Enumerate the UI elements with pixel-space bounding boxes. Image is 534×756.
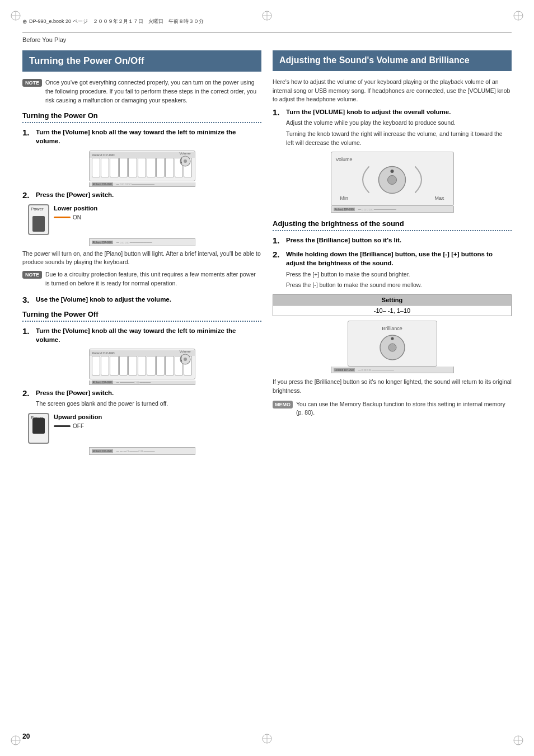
subsection-power-off: Turning the Power Off 1. Turn the [Volum… — [22, 310, 261, 455]
lower-position-label: Lower position — [54, 204, 97, 212]
breadcrumb: Before You Play — [22, 36, 66, 43]
power-off-step1-number: 1. — [22, 326, 31, 336]
power-on-step2: 2. Press the [Power] switch. — [22, 190, 261, 200]
power-off-step2-body: The screen goes blank and the power is t… — [36, 400, 261, 408]
right-column: Adjusting the Sound's Volume and Brillia… — [273, 50, 512, 728]
volume-knob-image-2: Roland DP-990 Volume — [22, 349, 261, 385]
right-step1-body2: Turning the knob toward the right will i… — [286, 130, 512, 148]
brightness-step2-number: 2. — [273, 250, 282, 259]
subsection-power-on-heading: Turning the Power On — [22, 111, 261, 120]
power-switch-off-box: Power — [28, 413, 49, 444]
brightness-step1-number: 1. — [273, 236, 282, 245]
keyboard-illustration-2: Roland DP-990 Volume — [89, 349, 195, 379]
power-off-step2: 2. Press the [Power] switch. The screen … — [22, 388, 261, 408]
brightness-step1: 1. Press the [Brilliance] button so it's… — [273, 236, 512, 245]
power-on-step2-text: Press the [Power] switch. — [36, 190, 261, 199]
min-label: Min — [340, 195, 349, 201]
right-arc-svg — [413, 165, 429, 195]
brilliance-label: Brilliance — [382, 326, 402, 331]
memo-box: MEMO You can use the Memory Backup funct… — [273, 400, 512, 418]
page-number: 20 — [22, 732, 30, 740]
memo-text: You can use the Memory Backup function t… — [296, 400, 512, 418]
brightness-heading: Adjusting the brightness of the sound — [273, 219, 512, 228]
volume-knob-svg-1 — [179, 155, 191, 167]
brightness-dotted-rule — [273, 230, 512, 231]
max-label: Max — [434, 195, 444, 201]
power-off-step1: 1. Turn the [Volume] knob all the way to… — [22, 326, 261, 344]
brightness-step1-text: Press the [Brilliance] button so it's li… — [286, 236, 512, 245]
switch-position-on — [32, 216, 45, 232]
right-step1-number: 1. — [273, 107, 282, 117]
center-crosshair-bottom — [261, 733, 273, 746]
power-off-step2-text: Press the [Power] switch. — [36, 388, 261, 397]
note-text-2: Due to a circuitry protection feature, t… — [45, 270, 261, 288]
power-on-step3-text: Use the [Volume] knob to adjust the volu… — [36, 295, 261, 304]
power-off-step2-number: 2. — [22, 388, 31, 398]
power-switch-on-box: Power — [28, 204, 49, 235]
brilliance-knob-svg — [378, 334, 406, 361]
power-on-body1: The power will turn on, and the [Piano] … — [22, 250, 261, 267]
on-indicator-bar — [54, 217, 71, 218]
keyboard-strip-1: Roland DP-990 — □ □ □ □ ———————— — [22, 238, 261, 246]
corner-mark-br — [513, 735, 524, 746]
header-icon: ⊕ — [22, 18, 27, 25]
setting-table-header: Setting — [273, 295, 512, 306]
power-on-step1-text: Turn the [Volume] knob all the way towar… — [36, 128, 261, 145]
note-text-1: Once you've got everything connected pro… — [45, 78, 261, 105]
note-box-2: NOTE Due to a circuitry protection featu… — [22, 270, 261, 288]
svg-point-21 — [184, 358, 187, 361]
brightness-step2-text: While holding down the [Brilliance] butt… — [286, 250, 512, 267]
volume-knob-svg-2 — [179, 353, 191, 365]
brightness-step2-body1: Press the [+] button to make the sound b… — [286, 270, 512, 279]
svg-point-26 — [388, 344, 396, 351]
volume-knob-large-area: Volume — [273, 152, 512, 213]
svg-point-27 — [391, 337, 394, 340]
upward-position-label: Upward position — [54, 413, 102, 421]
main-content: Turning the Power On/Off NOTE Once you'v… — [22, 50, 512, 728]
note-box-1: NOTE Once you've got everything connecte… — [22, 78, 261, 105]
power-on-step2-number: 2. — [22, 190, 31, 200]
power-label-on: Power — [31, 206, 44, 212]
power-on-step1-number: 1. — [22, 128, 31, 137]
brightness-step2: 2. While holding down the [Brilliance] b… — [273, 250, 512, 290]
left-column: Turning the Power On/Off NOTE Once you'v… — [22, 50, 261, 728]
memo-label: MEMO — [273, 401, 293, 408]
corner-mark-tl — [10, 10, 21, 21]
corner-mark-tr — [513, 10, 524, 21]
header-bar: ⊕ DP-990_e.book 20 ページ ２００９年２月１７日 火曜日 午前… — [22, 18, 512, 25]
power-off-dotted-rule — [22, 321, 261, 322]
setting-table-value: -10– -1, 1–10 — [273, 306, 512, 316]
switch-position-off — [32, 418, 45, 434]
power-on-step3-number: 3. — [22, 295, 31, 304]
brightness-body-after: If you press the [Brilliance] button so … — [273, 378, 512, 396]
off-label: OFF — [73, 423, 84, 429]
subsection-power-off-heading: Turning the Power Off — [22, 310, 261, 318]
svg-point-23 — [388, 176, 397, 185]
power-on-step3: 3. Use the [Volume] knob to adjust the v… — [22, 295, 261, 304]
power-label-off: Power — [31, 415, 44, 420]
note-label-2: NOTE — [22, 271, 42, 279]
keyboard-strip-2: Roland DP-990 — — — □ ——— □ □ ———— — [22, 447, 261, 455]
brilliance-knob-area: Brilliance Roland DP-990 — □ □ □ □ —————… — [273, 321, 512, 373]
svg-point-24 — [391, 170, 394, 173]
volume-knob-image-1: Roland DP-990 Volume — [22, 151, 261, 187]
header-rule — [22, 32, 512, 33]
power-on-dotted-rule — [22, 122, 261, 123]
setting-table: Setting -10– -1, 1–10 — [273, 294, 512, 316]
note-label-1: NOTE — [22, 79, 42, 87]
svg-point-19 — [184, 159, 187, 163]
left-section-title: Turning the Power On/Off — [22, 50, 261, 72]
brightness-step2-body2: Press the [-] button to make the sound m… — [286, 281, 512, 290]
volume-label-right: Volume — [336, 157, 449, 162]
right-section-title: Adjusting the Sound's Volume and Brillia… — [273, 50, 512, 71]
subsection-brightness: Adjusting the brightness of the sound 1.… — [273, 219, 512, 417]
page: ⊕ DP-990_e.book 20 ページ ２００９年２月１７日 火曜日 午前… — [0, 0, 534, 756]
corner-mark-bl — [10, 735, 21, 746]
on-label: ON — [73, 214, 81, 220]
switch-annotation-on: Lower position ON — [54, 204, 97, 222]
right-intro: Here's how to adjust the volume of your … — [273, 78, 512, 104]
switch-annotation-off: Upward position OFF — [54, 413, 102, 430]
subsection-power-on: Turning the Power On 1. Turn the [Volume… — [22, 111, 261, 304]
right-step1: 1. Turn the [VOLUME] knob to adjust the … — [273, 107, 512, 147]
off-indicator-bar — [54, 425, 71, 427]
